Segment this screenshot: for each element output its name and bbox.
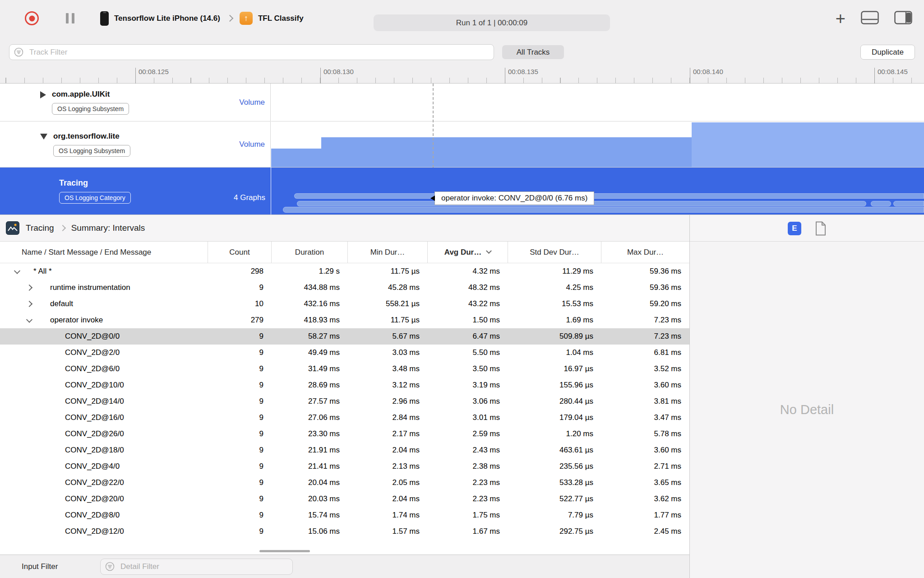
disclosure-open-icon[interactable]	[14, 268, 20, 274]
toggle-right-pane-button[interactable]	[894, 11, 912, 26]
track-filter-input[interactable]	[9, 44, 494, 60]
playhead-line[interactable]	[433, 84, 434, 168]
row-max-cell: 3.65 ms	[601, 478, 689, 487]
table-row[interactable]: CONV_2D@0/0958.27 ms5.67 ms6.47 ms509.89…	[0, 328, 689, 345]
row-name-cell: CONV_2D@12/0	[0, 523, 208, 540]
table-row[interactable]: * All *2981.29 s11.75 µs4.32 ms11.29 ms5…	[0, 263, 689, 280]
table-row[interactable]: CONV_2D@22/0920.04 ms2.05 ms2.23 ms533.2…	[0, 475, 689, 491]
volume-chart[interactable]	[271, 121, 924, 168]
table-row[interactable]: CONV_2D@16/0927.06 ms2.84 ms3.01 ms179.0…	[0, 410, 689, 426]
row-count-cell: 9	[208, 381, 272, 390]
track-header[interactable]: Tracing OS Logging Category 4 Graphs	[0, 168, 271, 214]
row-duration-cell: 28.69 ms	[272, 381, 348, 390]
input-filter-label: Input Filter	[22, 555, 58, 578]
table-row[interactable]: CONV_2D@4/0921.41 ms2.13 ms2.38 ms235.56…	[0, 458, 689, 475]
record-button[interactable]	[25, 11, 39, 25]
column-header-std-dev-dur[interactable]: Std Dev Dur…	[508, 242, 601, 263]
table-body: * All *2981.29 s11.75 µs4.32 ms11.29 ms5…	[0, 263, 689, 540]
row-std-cell: 11.29 ms	[508, 267, 601, 276]
add-instrument-button[interactable]: +	[836, 10, 845, 27]
tracing-intervals-lane[interactable]: operator invoke: CONV_2D@0/0 (6.76 ms)	[271, 168, 924, 214]
row-duration-cell: 58.27 ms	[272, 332, 348, 341]
row-duration-cell: 21.41 ms	[272, 462, 348, 471]
track-com-apple-uikit[interactable]: com.apple.UIKit OS Logging Subsystem Vol…	[0, 84, 924, 121]
table-row[interactable]: default10432.16 ms558.21 µs43.22 ms15.53…	[0, 296, 689, 312]
row-avg-cell: 3.50 ms	[428, 364, 508, 373]
row-avg-cell: 4.32 ms	[428, 267, 508, 276]
row-name-cell: runtime instrumentation	[0, 280, 208, 296]
instruments-window: Tensorflow Lite iPhone (14.6) ↑ TFL Clas…	[0, 0, 924, 578]
row-min-cell: 2.84 ms	[348, 413, 428, 422]
row-avg-cell: 2.23 ms	[428, 478, 508, 487]
horizontal-scrollbar-thumb[interactable]	[259, 550, 310, 552]
disclosure-closed-icon[interactable]	[26, 284, 32, 291]
track-tracing-selected[interactable]: Tracing OS Logging Category 4 Graphs ope…	[0, 168, 924, 214]
row-avg-cell: 6.47 ms	[428, 332, 508, 341]
row-name-cell: default	[0, 296, 208, 312]
toolbar-right-buttons: +	[836, 0, 924, 37]
target-selector[interactable]: Tensorflow Lite iPhone (14.6) ↑ TFL Clas…	[100, 0, 304, 37]
track-name: Tracing	[59, 178, 131, 188]
table-row[interactable]: operator invoke279418.93 ms11.75 µs1.50 …	[0, 312, 689, 328]
row-duration-cell: 15.74 ms	[272, 511, 348, 520]
detail-filter-input[interactable]	[100, 559, 293, 575]
breadcrumb-root[interactable]: Tracing	[26, 223, 54, 233]
column-header-avg-dur[interactable]: Avg Dur…	[428, 242, 508, 263]
column-header-max-dur[interactable]: Max Dur…	[601, 242, 689, 263]
table-row[interactable]: CONV_2D@8/0915.74 ms1.74 ms1.75 ms7.79 µ…	[0, 507, 689, 523]
target-name[interactable]: TFL Classify	[258, 14, 304, 23]
disclosure-open-icon[interactable]	[40, 134, 47, 140]
disclosure-open-icon[interactable]	[26, 317, 32, 323]
pause-button[interactable]	[66, 13, 74, 23]
row-avg-cell: 3.01 ms	[428, 413, 508, 422]
filter-icon	[105, 562, 115, 571]
track-badge: OS Logging Subsystem	[53, 145, 130, 157]
disclosure-closed-icon[interactable]	[40, 91, 46, 98]
pause-icon	[72, 13, 74, 23]
column-header-min-dur[interactable]: Min Dur…	[348, 242, 428, 263]
interval-bar[interactable]	[283, 207, 924, 213]
row-avg-cell: 3.06 ms	[428, 397, 508, 406]
expanded-detail-button[interactable]: E	[788, 222, 801, 235]
track-org-tensorflow-lite[interactable]: org.tensorflow.lite OS Logging Subsystem…	[0, 121, 924, 168]
row-name-cell: * All *	[0, 263, 208, 280]
table-row[interactable]: CONV_2D@20/0920.03 ms2.04 ms2.23 ms522.7…	[0, 491, 689, 507]
row-max-cell: 2.45 ms	[601, 527, 689, 536]
all-tracks-button[interactable]: All Tracks	[502, 45, 564, 59]
timeline-ruler[interactable]: 00:08.12500:08.13000:08.13500:08.14000:0…	[0, 65, 924, 84]
row-name-cell: CONV_2D@20/0	[0, 491, 208, 507]
row-name-cell: CONV_2D@6/0	[0, 361, 208, 377]
row-avg-cell: 1.50 ms	[428, 316, 508, 325]
track-header[interactable]: com.apple.UIKit OS Logging Subsystem Vol…	[0, 84, 271, 121]
row-duration-cell: 27.06 ms	[272, 413, 348, 422]
table-header: Name / Start Message / End Message Count…	[0, 242, 689, 263]
interval-bar[interactable]	[294, 193, 924, 199]
table-row[interactable]: runtime instrumentation9434.88 ms45.28 m…	[0, 280, 689, 296]
toggle-bottom-pane-button[interactable]	[861, 11, 879, 26]
breadcrumb-leaf[interactable]: Summary: Intervals	[71, 223, 145, 233]
row-avg-cell: 43.22 ms	[428, 299, 508, 308]
table-row[interactable]: CONV_2D@14/0927.57 ms2.96 ms3.06 ms280.4…	[0, 393, 689, 410]
column-header-duration[interactable]: Duration	[272, 242, 348, 263]
interval-bar[interactable]	[893, 201, 924, 206]
column-header-count[interactable]: Count	[208, 242, 272, 263]
track-lane-empty[interactable]	[271, 84, 924, 121]
document-button[interactable]	[815, 221, 827, 238]
table-row[interactable]: CONV_2D@12/0915.06 ms1.57 ms1.67 ms292.7…	[0, 523, 689, 540]
track-header[interactable]: org.tensorflow.lite OS Logging Subsystem…	[0, 121, 271, 168]
duplicate-button[interactable]: Duplicate	[860, 45, 915, 60]
table-row[interactable]: CONV_2D@10/0928.69 ms3.12 ms3.19 ms155.9…	[0, 377, 689, 393]
row-name-cell: CONV_2D@16/0	[0, 410, 208, 426]
disclosure-closed-icon[interactable]	[26, 301, 32, 307]
device-name[interactable]: Tensorflow Lite iPhone (14.6)	[114, 14, 220, 23]
row-duration-cell: 434.88 ms	[272, 283, 348, 292]
table-row[interactable]: CONV_2D@2/0949.49 ms3.03 ms5.50 ms1.04 m…	[0, 345, 689, 361]
table-row[interactable]: CONV_2D@26/0923.30 ms2.17 ms2.59 ms1.20 …	[0, 426, 689, 442]
pane-divider[interactable]	[689, 214, 690, 578]
row-min-cell: 5.67 ms	[348, 332, 428, 341]
column-header-name[interactable]: Name / Start Message / End Message	[0, 242, 208, 263]
table-row[interactable]: CONV_2D@18/0921.91 ms2.04 ms2.43 ms463.6…	[0, 442, 689, 458]
interval-bar[interactable]	[871, 201, 891, 206]
table-row[interactable]: CONV_2D@6/0931.49 ms3.48 ms3.50 ms16.97 …	[0, 361, 689, 377]
volume-bar	[692, 122, 924, 167]
